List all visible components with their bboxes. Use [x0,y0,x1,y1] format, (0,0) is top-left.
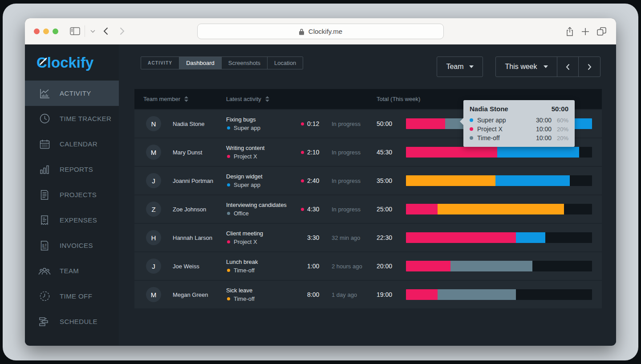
team-dropdown[interactable]: Team [437,57,483,77]
sidebar-toggle-icon[interactable] [70,27,80,35]
table-row[interactable]: J Joanni Portman Design widget Super app… [134,167,602,194]
tooltip-member-name: Nadia Stone [470,105,508,113]
total-value: 50:00 [377,120,406,127]
sidebar-item-expenses[interactable]: EXPENSES [25,207,119,233]
minimize-window-button[interactable] [43,28,49,34]
bar-segment [516,232,546,243]
project-label: Project X [234,153,257,160]
tooltip-total: 50:00 [552,105,568,113]
forward-icon[interactable] [120,27,125,35]
tab-location[interactable]: Location [268,57,303,69]
previous-period-button[interactable] [557,57,579,77]
period-dropdown[interactable]: This week [496,57,557,77]
bar-segment [406,204,438,214]
timer-value: 1:00 [307,263,319,270]
timer-cell: 2:40 [301,177,332,184]
total-value: 45:30 [377,149,406,156]
period-control: This week [495,57,600,77]
header-latest-activity[interactable]: Latest activity [226,96,301,102]
caret-down-icon [544,65,548,68]
maximize-window-button[interactable] [53,28,58,34]
legend-dot [470,136,473,140]
close-window-button[interactable] [34,28,40,34]
share-icon[interactable] [566,27,574,36]
app-sidebar: Clockify ACTIVITY [25,44,119,345]
total-value: 19:00 [377,291,406,298]
bar-segment [406,232,516,243]
project-label: Time-off [234,267,255,274]
total-value: 22:30 [377,234,406,241]
status-text: 32 min ago [332,235,377,241]
address-bar[interactable]: Clockify.me [197,24,444,39]
bar-track[interactable] [406,175,592,186]
bar-segment [495,175,570,186]
project-dot [227,240,230,243]
bar-track[interactable] [406,147,592,158]
table-row[interactable]: Z Zoe Johnson Interviewing candidates Of… [134,195,602,223]
status-text: 1 day ago [332,291,377,298]
bar-segment [438,204,564,214]
bar-segment [406,175,495,186]
table-row[interactable]: H Hannah Larson Client meeting Project X… [134,224,602,251]
activity-title: Interviewing candidates [226,202,301,208]
status-text: In progress [332,121,377,127]
status-text: In progress [332,178,377,184]
member-name: Hannah Larson [173,235,226,241]
new-tab-icon[interactable] [581,28,589,36]
back-icon[interactable] [103,27,108,35]
sidebar-item-projects[interactable]: PROJECTS [25,182,119,207]
bar-track[interactable] [406,232,592,243]
bar-track[interactable] [406,261,592,271]
sidebar-item-activity[interactable]: ACTIVITY [25,81,119,106]
member-name: Zoe Johnson [173,206,226,213]
table-row[interactable]: M Megan Green Sick leave Time-off 8:00 1… [134,281,602,308]
tab-overview-icon[interactable] [597,27,606,36]
bar-track[interactable] [406,289,592,300]
tab-screenshots[interactable]: Screenshots [222,57,268,69]
header-total[interactable]: Total (This week) [377,96,406,102]
timer-dot [301,208,304,211]
avatar: M [146,287,161,302]
clockify-logo[interactable]: Clockify [25,44,119,81]
next-period-button[interactable] [579,57,600,77]
tab-dashboard[interactable]: Dashboard [179,57,222,69]
total-value: 20:00 [377,263,406,270]
timer-value: 2:10 [307,149,319,156]
table-row[interactable]: J Joe Weiss Lunch break Time-off 1:00 2 … [134,252,602,280]
project-dot [227,126,230,129]
timer-cell: 8:00 [301,291,332,298]
member-name: Joe Weiss [173,263,226,270]
tab-activity[interactable]: ACTIVITY [141,57,179,69]
bar-track[interactable] [406,204,592,214]
activity-cell: Interviewing candidates Office [226,202,301,217]
chevron-down-icon[interactable] [90,30,95,33]
sidebar-item-label: REPORTS [60,166,93,173]
sidebar-item-schedule[interactable]: SCHEDULE [25,309,119,334]
sidebar-item-invoices[interactable]: $ INVOICES [25,233,119,258]
lock-icon [299,28,304,35]
tooltip-row: Time-off 10:00 20% [470,134,568,142]
sidebar-item-time-tracker[interactable]: TIME TRACKER [25,106,119,131]
status-text: 2 hours ago [332,263,377,270]
tooltip-row: Super app 30:00 60% [470,117,568,124]
sort-icon [184,96,188,102]
project-label: Super app [234,182,260,188]
activity-title: Sick leave [226,287,301,294]
sidebar-item-team[interactable]: TEAM [25,258,119,283]
sidebar-item-calendar[interactable]: CALENDAR [25,131,119,157]
project-label: Project X [234,239,257,245]
header-team-member[interactable]: Team member [134,96,226,102]
timer-value: 3:30 [307,234,319,241]
sidebar-item-reports[interactable]: REPORTS [25,157,119,182]
toolbar-divider [85,25,85,37]
project-dot [227,183,230,186]
browser-toolbar: Clockify.me [25,18,616,44]
sidebar-item-label: EXPENSES [60,216,97,224]
activity-title: Writing content [226,145,301,151]
avatar: Z [146,202,161,217]
url-text: Clockify.me [308,28,342,35]
calendar-icon [38,139,51,150]
member-name: Mary Dunst [173,149,226,156]
timer-cell: 0:12 [301,120,332,127]
sidebar-item-time-off[interactable]: TIME OFF [25,283,119,309]
